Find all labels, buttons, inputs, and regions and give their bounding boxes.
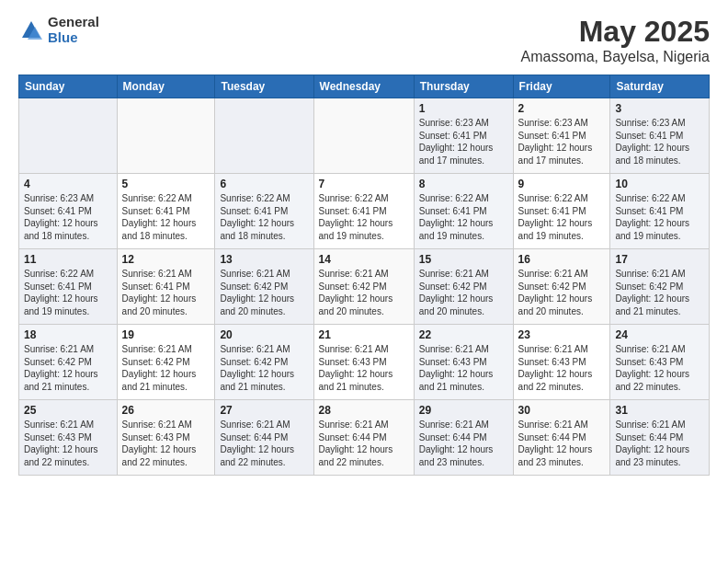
calendar-cell: 16Sunrise: 6:21 AM Sunset: 6:42 PM Dayli… [513, 249, 610, 325]
main-title: May 2025 [521, 15, 710, 49]
page: General Blue May 2025 Amassoma, Bayelsa,… [0, 0, 728, 563]
day-info: Sunrise: 6:23 AM Sunset: 6:41 PM Dayligh… [518, 117, 606, 167]
calendar-cell: 24Sunrise: 6:21 AM Sunset: 6:43 PM Dayli… [610, 325, 710, 400]
day-info: Sunrise: 6:21 AM Sunset: 6:41 PM Dayligh… [122, 268, 210, 317]
day-number: 6 [220, 178, 308, 190]
day-number: 21 [319, 328, 409, 341]
day-number: 29 [419, 404, 508, 417]
day-info: Sunrise: 6:21 AM Sunset: 6:44 PM Dayligh… [419, 419, 508, 468]
calendar-cell: 5Sunrise: 6:22 AM Sunset: 6:41 PM Daylig… [117, 174, 215, 249]
day-number: 19 [122, 328, 210, 341]
calendar-cell: 8Sunrise: 6:22 AM Sunset: 6:41 PM Daylig… [414, 174, 513, 249]
calendar-cell: 23Sunrise: 6:21 AM Sunset: 6:43 PM Dayli… [513, 325, 610, 400]
calendar-cell: 27Sunrise: 6:21 AM Sunset: 6:44 PM Dayli… [215, 400, 313, 476]
calendar-cell [19, 98, 118, 174]
day-header-monday: Monday [117, 75, 215, 98]
day-info: Sunrise: 6:21 AM Sunset: 6:43 PM Dayligh… [122, 419, 210, 468]
day-info: Sunrise: 6:21 AM Sunset: 6:42 PM Dayligh… [24, 343, 112, 393]
day-info: Sunrise: 6:21 AM Sunset: 6:44 PM Dayligh… [220, 419, 308, 468]
week-row-1: 1Sunrise: 6:23 AM Sunset: 6:41 PM Daylig… [19, 98, 710, 174]
calendar-cell: 17Sunrise: 6:21 AM Sunset: 6:42 PM Dayli… [610, 249, 710, 325]
calendar-cell: 31Sunrise: 6:21 AM Sunset: 6:44 PM Dayli… [610, 400, 710, 476]
day-info: Sunrise: 6:21 AM Sunset: 6:43 PM Dayligh… [24, 419, 112, 468]
logo-text: General Blue [48, 15, 99, 45]
day-number: 27 [220, 404, 308, 417]
calendar-cell: 10Sunrise: 6:22 AM Sunset: 6:41 PM Dayli… [610, 174, 710, 249]
day-number: 28 [319, 404, 409, 417]
day-header-thursday: Thursday [414, 75, 513, 98]
calendar-cell: 13Sunrise: 6:21 AM Sunset: 6:42 PM Dayli… [215, 249, 313, 325]
week-row-4: 18Sunrise: 6:21 AM Sunset: 6:42 PM Dayli… [19, 325, 710, 400]
calendar-cell: 15Sunrise: 6:21 AM Sunset: 6:42 PM Dayli… [414, 249, 513, 325]
day-number: 30 [518, 404, 606, 417]
calendar-cell: 30Sunrise: 6:21 AM Sunset: 6:44 PM Dayli… [513, 400, 610, 476]
calendar-cell: 11Sunrise: 6:22 AM Sunset: 6:41 PM Dayli… [19, 249, 118, 325]
calendar-table: SundayMondayTuesdayWednesdayThursdayFrid… [18, 75, 710, 476]
day-number: 1 [419, 102, 508, 115]
calendar-cell: 29Sunrise: 6:21 AM Sunset: 6:44 PM Dayli… [414, 400, 513, 476]
day-number: 13 [220, 253, 308, 266]
calendar-cell [313, 98, 414, 174]
day-info: Sunrise: 6:21 AM Sunset: 6:42 PM Dayligh… [419, 268, 508, 317]
day-header-saturday: Saturday [610, 75, 710, 98]
day-number: 3 [615, 102, 704, 115]
day-number: 10 [615, 178, 704, 190]
day-number: 18 [24, 328, 112, 341]
calendar-cell: 20Sunrise: 6:21 AM Sunset: 6:42 PM Dayli… [215, 325, 313, 400]
day-number: 24 [615, 328, 704, 341]
day-number: 26 [122, 404, 210, 417]
day-number: 9 [518, 178, 606, 190]
day-info: Sunrise: 6:22 AM Sunset: 6:41 PM Dayligh… [319, 192, 409, 242]
week-row-2: 4Sunrise: 6:23 AM Sunset: 6:41 PM Daylig… [19, 174, 710, 249]
day-number: 25 [24, 404, 112, 417]
calendar-cell: 9Sunrise: 6:22 AM Sunset: 6:41 PM Daylig… [513, 174, 610, 249]
calendar-cell [117, 98, 215, 174]
calendar-cell: 22Sunrise: 6:21 AM Sunset: 6:43 PM Dayli… [414, 325, 513, 400]
week-row-3: 11Sunrise: 6:22 AM Sunset: 6:41 PM Dayli… [19, 249, 710, 325]
day-number: 12 [122, 253, 210, 266]
calendar-header: SundayMondayTuesdayWednesdayThursdayFrid… [19, 75, 710, 98]
logo-general-text: General [48, 15, 99, 30]
day-number: 5 [122, 178, 210, 190]
day-info: Sunrise: 6:21 AM Sunset: 6:42 PM Dayligh… [518, 268, 606, 317]
day-number: 22 [419, 328, 508, 341]
day-info: Sunrise: 6:22 AM Sunset: 6:41 PM Dayligh… [518, 192, 606, 242]
calendar-cell: 1Sunrise: 6:23 AM Sunset: 6:41 PM Daylig… [414, 98, 513, 174]
header-row: SundayMondayTuesdayWednesdayThursdayFrid… [19, 75, 710, 98]
calendar-cell: 3Sunrise: 6:23 AM Sunset: 6:41 PM Daylig… [610, 98, 710, 174]
calendar-cell [215, 98, 313, 174]
day-info: Sunrise: 6:21 AM Sunset: 6:44 PM Dayligh… [319, 419, 409, 468]
day-info: Sunrise: 6:21 AM Sunset: 6:43 PM Dayligh… [518, 343, 606, 393]
day-info: Sunrise: 6:21 AM Sunset: 6:42 PM Dayligh… [122, 343, 210, 393]
calendar-cell: 7Sunrise: 6:22 AM Sunset: 6:41 PM Daylig… [313, 174, 414, 249]
day-header-tuesday: Tuesday [215, 75, 313, 98]
calendar-cell: 19Sunrise: 6:21 AM Sunset: 6:42 PM Dayli… [117, 325, 215, 400]
day-number: 8 [419, 178, 508, 190]
day-number: 7 [319, 178, 409, 190]
calendar-cell: 12Sunrise: 6:21 AM Sunset: 6:41 PM Dayli… [117, 249, 215, 325]
day-number: 14 [319, 253, 409, 266]
logo: General Blue [18, 15, 99, 45]
day-info: Sunrise: 6:22 AM Sunset: 6:41 PM Dayligh… [122, 192, 210, 242]
day-info: Sunrise: 6:23 AM Sunset: 6:41 PM Dayligh… [615, 117, 704, 167]
day-info: Sunrise: 6:21 AM Sunset: 6:42 PM Dayligh… [220, 268, 308, 317]
day-info: Sunrise: 6:22 AM Sunset: 6:41 PM Dayligh… [615, 192, 704, 242]
calendar-cell: 2Sunrise: 6:23 AM Sunset: 6:41 PM Daylig… [513, 98, 610, 174]
day-number: 17 [615, 253, 704, 266]
day-number: 2 [518, 102, 606, 115]
day-number: 11 [24, 253, 112, 266]
day-number: 4 [24, 178, 112, 190]
day-number: 16 [518, 253, 606, 266]
logo-icon [18, 17, 44, 43]
day-info: Sunrise: 6:21 AM Sunset: 6:44 PM Dayligh… [518, 419, 606, 468]
calendar-cell: 6Sunrise: 6:22 AM Sunset: 6:41 PM Daylig… [215, 174, 313, 249]
day-info: Sunrise: 6:21 AM Sunset: 6:43 PM Dayligh… [319, 343, 409, 393]
calendar-cell: 25Sunrise: 6:21 AM Sunset: 6:43 PM Dayli… [19, 400, 118, 476]
day-info: Sunrise: 6:21 AM Sunset: 6:42 PM Dayligh… [220, 343, 308, 393]
day-header-sunday: Sunday [19, 75, 118, 98]
calendar-cell: 28Sunrise: 6:21 AM Sunset: 6:44 PM Dayli… [313, 400, 414, 476]
day-number: 15 [419, 253, 508, 266]
subtitle: Amassoma, Bayelsa, Nigeria [521, 49, 710, 65]
day-info: Sunrise: 6:22 AM Sunset: 6:41 PM Dayligh… [419, 192, 508, 242]
day-info: Sunrise: 6:21 AM Sunset: 6:42 PM Dayligh… [615, 268, 704, 317]
